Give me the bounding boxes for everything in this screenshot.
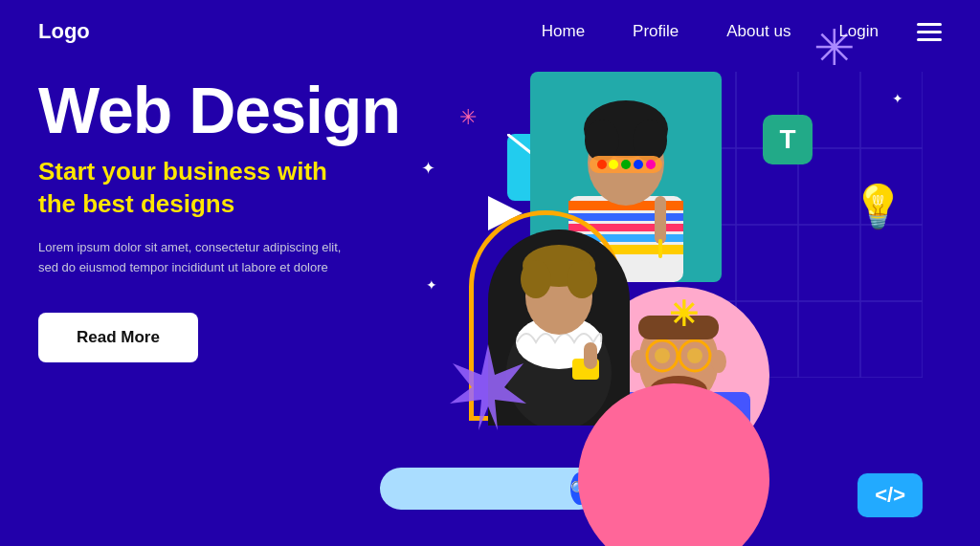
read-more-button[interactable]: Read More [38,313,198,362]
asterisk-pink-icon: ✳ [459,105,477,130]
navbar: Logo Home Profile About us Login [0,0,980,63]
nav-profile[interactable]: Profile [633,22,679,40]
svg-point-18 [585,120,619,162]
sparkle-icon-1: ✦ [421,158,435,179]
svg-point-45 [521,260,551,298]
hero-description: Lorem ipsum dolor sit amet, consectetur … [38,238,400,278]
nav-login[interactable]: Login [838,22,879,40]
svg-point-39 [711,350,726,373]
svg-point-36 [655,348,670,363]
t-badge: T [763,115,813,164]
search-input[interactable] [395,475,563,502]
search-bar[interactable]: 🔍 [380,468,600,510]
star-blob-deco [445,344,531,430]
hero-subtitle: Start your business withthe best designs [38,156,400,221]
hamburger-menu[interactable] [917,23,942,41]
svg-point-23 [621,160,631,169]
svg-point-46 [567,260,597,298]
asterisk-yellow-icon: ✳ [669,295,698,335]
nav-links: Home Profile About us Login [542,22,879,41]
nav-home[interactable]: Home [542,22,585,40]
svg-point-25 [646,160,656,169]
logo[interactable]: Logo [38,19,90,44]
nav-about[interactable]: About us [726,22,791,40]
hero-title: Web Design [38,76,400,144]
lightbulb-icon: 💡 [852,182,894,237]
svg-point-19 [633,120,667,162]
hero-section: Web Design Start your business withthe b… [38,76,400,362]
svg-rect-26 [655,196,666,244]
svg-point-21 [597,160,607,169]
code-badge: </> [858,473,923,517]
svg-point-38 [631,350,646,373]
svg-point-24 [634,160,643,169]
svg-rect-27 [658,239,662,258]
sparkle-icon-2: ✦ [426,277,437,293]
svg-point-22 [609,160,618,169]
svg-point-37 [687,348,702,363]
svg-marker-49 [450,344,526,430]
svg-rect-48 [584,342,597,369]
